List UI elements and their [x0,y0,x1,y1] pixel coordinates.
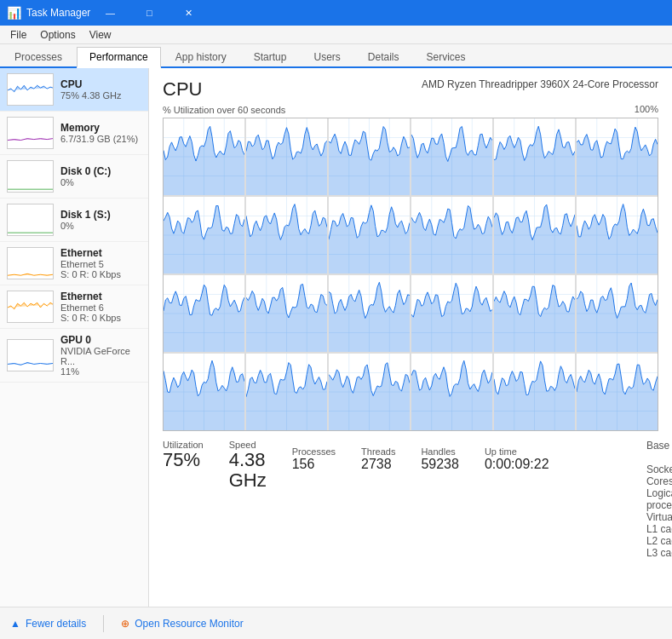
title-bar-buttons: — □ ✕ [90,0,208,26]
detail-header: CPU AMD Ryzen Threadripper 3960X 24-Core… [163,78,658,101]
cpu-core-graph-22 [494,354,575,430]
sidebar-ethernet5-subtitle2: Ethernet 5 [60,259,141,269]
right-stat-virt-label: Virtualization: [646,511,672,523]
stat-utilization-value: 75% [163,450,204,470]
sidebar-graph-disk0 [7,160,54,193]
cpu-core-graph-18 [164,354,244,430]
detail-panel: CPU AMD Ryzen Threadripper 3960X 24-Core… [149,68,672,607]
sidebar-ethernet6-info: Ethernet Ethernet 6 S: 0 R: 0 Kbps [60,291,141,323]
close-button[interactable]: ✕ [169,0,208,26]
svg-rect-2 [8,161,53,192]
sidebar-cpu-title: CPU [60,78,141,90]
menu-file[interactable]: File [3,27,33,43]
sidebar-cpu-subtitle: 75% 4.38 GHz [60,90,141,101]
cpu-core-graph-1 [246,118,327,195]
sidebar-gpu0-title: GPU 0 [60,334,141,346]
fewer-details-icon: ▲ [10,618,20,630]
cpu-core-graph-17 [577,275,658,352]
stat-uptime-value: 0:00:09:22 [485,457,621,472]
cpu-core-graph-9 [411,197,492,273]
bottom-separator [103,615,104,632]
svg-rect-3 [8,204,53,235]
sidebar-ethernet5-subtitle3: S: 0 R: 0 Kbps [60,269,141,279]
right-stat-basespeed-label: Base speed: [646,440,672,463]
open-resource-monitor-link[interactable]: ⊕ Open Resource Monitor [121,618,243,630]
fewer-details-label: Fewer details [26,618,86,630]
menu-options[interactable]: Options [33,27,82,43]
sidebar-gpu0-subtitle3: 11% [60,366,141,377]
stat-group-processes: Processes 156 [292,446,336,559]
fewer-details-link[interactable]: ▲ Fewer details [10,618,86,630]
stat-processes-value: 156 [292,457,336,472]
right-stat-l2-label: L2 cache: [646,535,672,547]
menu-view[interactable]: View [83,27,118,43]
cpu-core-graph-7 [246,197,327,273]
svg-rect-4 [8,248,53,279]
sidebar-graph-memory [7,117,54,149]
cpu-core-graph-20 [329,354,410,430]
stat-handles-value: 59238 [421,457,459,472]
cpu-core-graph-4 [494,118,575,195]
bottom-bar: ▲ Fewer details ⊕ Open Resource Monitor [0,607,672,639]
sidebar-item-ethernet6[interactable]: Ethernet Ethernet 6 S: 0 R: 0 Kbps [0,285,148,329]
title-bar: 📊 Task Manager — □ ✕ [0,0,672,26]
minimize-button[interactable]: — [90,0,129,26]
sidebar-item-memory[interactable]: Memory 6.7/31.9 GB (21%) [0,112,148,155]
cpu-core-graph-19 [246,354,327,430]
cpu-core-graph-12 [164,275,244,352]
tab-app-history[interactable]: App history [163,47,239,66]
sidebar-ethernet5-title: Ethernet [60,247,141,259]
maximize-button[interactable]: □ [129,0,169,26]
stat-uptime-label: Up time [485,446,621,457]
utilization-label: % Utilization over 60 seconds [163,105,285,115]
sidebar-ethernet6-title: Ethernet [60,291,141,302]
sidebar-disk0-title: Disk 0 (C:) [60,165,141,177]
sidebar-memory-subtitle: 6.7/31.9 GB (21%) [60,134,141,144]
sidebar-item-disk0[interactable]: Disk 0 (C:) 0% [0,155,148,199]
stat-group-threads: Threads 2738 [361,446,395,559]
sidebar-item-ethernet5[interactable]: Ethernet Ethernet 5 S: 0 R: 0 Kbps [0,242,148,285]
right-stat-l3-label: L3 cache: [646,547,672,559]
tab-startup[interactable]: Startup [241,47,300,66]
sidebar-ethernet6-subtitle3: S: 0 R: 0 Kbps [60,313,141,323]
resource-monitor-icon: ⊕ [121,618,129,630]
sidebar-item-cpu[interactable]: CPU 75% 4.38 GHz [0,68,148,112]
tabs-bar: Processes Performance App history Startu… [0,44,672,68]
svg-rect-6 [8,340,53,371]
sidebar-item-disk1[interactable]: Disk 1 (S:) 0% [0,199,148,242]
stat-group-speed: Speed 4.38 GHz [229,440,267,559]
sidebar-memory-info: Memory 6.7/31.9 GB (21%) [60,122,141,144]
svg-rect-1 [8,118,53,148]
tab-performance[interactable]: Performance [77,47,161,68]
percent-label: 100% [635,104,658,114]
stat-group-uptime: Up time 0:00:09:22 [485,446,621,559]
cpu-core-graph-5 [577,118,658,195]
cpu-core-graph-8 [329,197,410,273]
right-stats: Base speed: 4.40 GHz Sockets: 1 Cores: 2… [646,440,672,559]
cpu-graphs-grid [163,118,658,431]
cpu-core-graph-23 [577,354,658,430]
stat-threads-label: Threads [361,446,395,457]
stat-threads-value: 2738 [361,457,395,472]
tab-processes[interactable]: Processes [2,47,75,66]
open-resource-monitor-label: Open Resource Monitor [135,618,243,630]
tab-services[interactable]: Services [414,47,479,66]
svg-rect-5 [8,291,53,322]
right-stat-cores-label: Cores: [646,475,672,487]
sidebar-disk0-subtitle: 0% [60,177,141,187]
stat-group-handles: Handles 59238 [421,446,459,559]
right-stat-l1-label: L1 cache: [646,523,672,535]
cpu-core-graph-15 [411,275,492,352]
right-stat-sockets-label: Sockets: [646,463,672,475]
sidebar-memory-title: Memory [60,122,141,134]
tab-details[interactable]: Details [355,47,412,66]
menu-bar: File Options View [0,26,672,44]
cpu-core-graph-14 [329,275,410,352]
stat-processes-label: Processes [292,446,336,457]
sidebar-item-gpu0[interactable]: GPU 0 NVIDIA GeForce R... 11% [0,329,148,383]
stat-group-utilization: Utilization 75% [163,440,204,559]
cpu-core-graph-13 [246,275,327,352]
sidebar-ethernet6-subtitle2: Ethernet 6 [60,302,141,313]
tab-users[interactable]: Users [301,47,353,66]
sidebar-graph-ethernet5 [7,247,54,279]
